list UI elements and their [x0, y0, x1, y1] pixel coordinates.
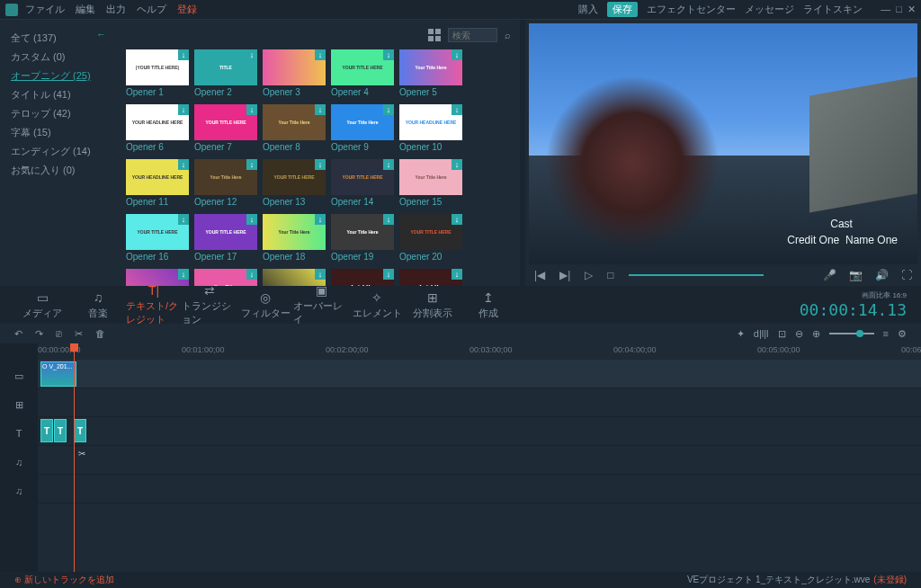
template-thumbnail[interactable]: YOUR TITLE HERE↓ [126, 214, 189, 250]
template-thumbnail[interactable]: YOUR HEADLINE HERE↓ [126, 159, 189, 195]
template-thumbnail[interactable]: YOUR TITLE HERE↓ [331, 49, 394, 85]
timeline-ruler[interactable]: 00:00:00;0000:01:00;0000:02:00;0000:03:0… [38, 343, 921, 360]
template-thumbnail[interactable]: YOUR TITLE HERE↓ [194, 214, 257, 250]
redo-icon[interactable]: ↷ [35, 328, 43, 340]
template-thumbnail[interactable]: Your Title Here↓ [331, 104, 394, 140]
fullscreen-icon[interactable]: ⛶ [901, 269, 912, 281]
template-thumbnail[interactable]: Your Title Here↓ [194, 159, 257, 195]
template-label[interactable]: Opener 18 [263, 252, 326, 262]
cut-icon[interactable]: ✂ [75, 328, 83, 340]
sidebar-category[interactable]: 全て (137) [11, 29, 106, 48]
template-label[interactable]: Opener 7 [194, 142, 257, 152]
template-label[interactable]: Opener 11 [126, 197, 189, 207]
menu-output[interactable]: 出力 [106, 3, 126, 16]
download-icon[interactable]: ↓ [178, 159, 189, 170]
search-input[interactable] [448, 28, 497, 42]
playhead[interactable] [74, 343, 75, 572]
template-label[interactable]: Opener 1 [126, 87, 189, 97]
download-icon[interactable]: ↓ [178, 104, 189, 115]
tool-tab[interactable]: ↥作成 [460, 290, 516, 320]
track-head-video[interactable]: ▭ [0, 361, 38, 390]
template-thumbnail[interactable]: Your Title Here↓ [399, 49, 462, 85]
window-close-icon[interactable]: ✕ [908, 4, 916, 15]
template-thumbnail[interactable]: Your Title Here↓ [331, 214, 394, 250]
download-icon[interactable]: ↓ [452, 214, 462, 225]
add-track-button[interactable]: ⊕ 新しいトラックを追加 [14, 574, 114, 586]
menu-purchase[interactable]: 購入 [578, 3, 598, 16]
template-thumbnail[interactable]: Jack & Mar↓ [399, 269, 462, 286]
template-thumbnail[interactable]: ↓ [263, 49, 326, 85]
sidebar-category[interactable]: テロップ (42) [11, 104, 106, 123]
zoom-in-icon[interactable]: ⊕ [812, 328, 820, 340]
template-label[interactable]: Opener 5 [399, 87, 462, 97]
menu-register[interactable]: 登録 [177, 3, 197, 16]
template-label[interactable]: Opener 9 [331, 142, 394, 152]
view-grid-icon[interactable] [428, 29, 441, 41]
marker-icon[interactable]: ✦ [737, 328, 745, 340]
template-thumbnail[interactable]: Your Titles↓ [194, 269, 257, 286]
tool-tab[interactable]: ▭メディア [14, 290, 70, 320]
template-label[interactable]: Opener 13 [263, 197, 326, 207]
mic-icon[interactable]: 🎤 [823, 269, 836, 281]
download-icon[interactable]: ↓ [246, 214, 257, 225]
stop-icon[interactable]: □ [607, 269, 613, 281]
template-thumbnail[interactable]: YOUR TITLE HERE↓ [263, 159, 326, 195]
sidebar-category[interactable]: お気に入り (0) [11, 161, 106, 180]
template-thumbnail[interactable]: YOUR TITLE HERE↓ [194, 104, 257, 140]
preview-progress[interactable] [629, 274, 765, 276]
template-thumbnail[interactable]: ↓ [263, 269, 326, 286]
title-clip-1[interactable]: T [40, 419, 53, 442]
sidebar-category[interactable]: オープニング (25) [11, 67, 106, 85]
template-label[interactable]: Opener 14 [331, 197, 394, 207]
download-icon[interactable]: ↓ [246, 159, 257, 170]
sidebar-category[interactable]: エンディング (14) [11, 142, 106, 161]
tool-tab[interactable]: T|テキスト/クレジット [126, 283, 182, 326]
menu-save[interactable]: 保存 [607, 2, 638, 17]
menu-effects-center[interactable]: エフェクトセンター [647, 3, 736, 16]
download-icon[interactable]: ↓ [383, 214, 394, 225]
track-audio1[interactable]: ✂ [38, 446, 921, 475]
template-thumbnail[interactable]: YOUR HEADLINE HERE↓ [126, 104, 189, 140]
template-label[interactable]: Opener 6 [126, 142, 189, 152]
download-icon[interactable]: ↓ [178, 49, 189, 60]
download-icon[interactable]: ↓ [452, 159, 462, 170]
trash-icon[interactable]: 🗑 [95, 328, 105, 339]
sidebar-back-icon[interactable]: ← [96, 29, 106, 40]
template-label[interactable]: Opener 20 [399, 252, 462, 262]
download-icon[interactable]: ↓ [315, 104, 326, 115]
template-thumbnail[interactable]: Your Title Here↓ [263, 104, 326, 140]
download-icon[interactable]: ↓ [246, 49, 257, 60]
download-icon[interactable]: ↓ [315, 159, 326, 170]
zoom-out-icon[interactable]: ⊖ [795, 328, 803, 340]
title-clip-3[interactable]: T [74, 419, 86, 442]
track-overlay[interactable] [38, 388, 921, 417]
camera-icon[interactable]: 📷 [849, 269, 863, 281]
template-label[interactable]: Opener 19 [331, 252, 394, 262]
tool-tab[interactable]: ♫音楽 [70, 290, 126, 320]
sidebar-category[interactable]: 字幕 (15) [11, 123, 106, 142]
volume-icon[interactable]: 🔊 [875, 269, 889, 281]
sidebar-category[interactable]: タイトル (41) [11, 85, 106, 104]
download-icon[interactable]: ↓ [383, 104, 394, 115]
tool-tab[interactable]: ✧エレメント [349, 290, 405, 320]
template-thumbnail[interactable]: |YOUR TITLE HERE|↓ [126, 49, 189, 85]
track-title[interactable]: T T T [38, 417, 921, 446]
play-icon[interactable]: ▷ [585, 269, 593, 281]
download-icon[interactable]: ↓ [383, 159, 394, 170]
menu-light-skin[interactable]: ライトスキン [803, 3, 863, 16]
menu-file[interactable]: ファイル [25, 3, 65, 16]
template-thumbnail[interactable]: YOUR TITLE HERE↓ [331, 159, 394, 195]
template-thumbnail[interactable]: YOUR TITLE HERE↓ [399, 214, 462, 250]
undo-icon[interactable]: ↶ [14, 328, 22, 340]
download-icon[interactable]: ↓ [315, 214, 326, 225]
record-icon[interactable]: ⊡ [778, 328, 786, 340]
download-icon[interactable]: ↓ [178, 269, 189, 280]
template-thumbnail[interactable]: Your Title Here↓ [399, 159, 462, 195]
next-frame-icon[interactable]: ▶| [559, 269, 570, 281]
download-icon[interactable]: ↓ [315, 269, 326, 280]
download-icon[interactable]: ↓ [452, 104, 462, 115]
download-icon[interactable]: ↓ [315, 49, 326, 60]
tool-tab[interactable]: ⇄トランジション [182, 283, 237, 326]
menu-edit[interactable]: 編集 [76, 3, 95, 16]
track-head-overlay[interactable]: ⊞ [0, 390, 38, 419]
